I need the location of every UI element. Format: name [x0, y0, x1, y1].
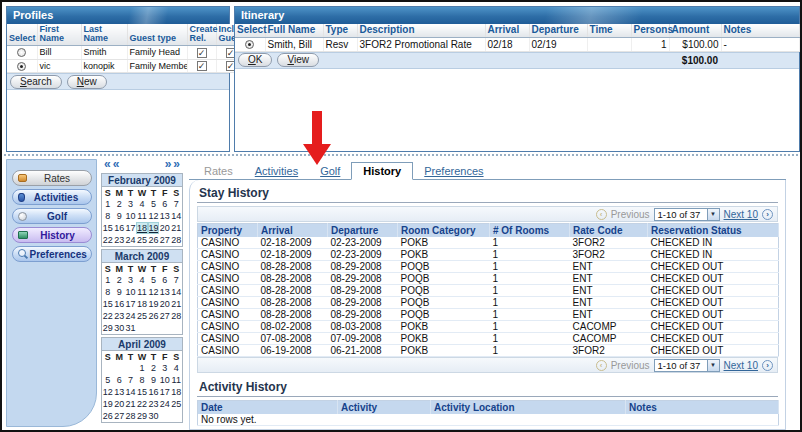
calendar-day[interactable]: 22	[136, 398, 147, 410]
calendar-day[interactable]: 23	[148, 398, 159, 410]
calendar-day[interactable]: 6	[113, 374, 124, 386]
calendar-day[interactable]: 17	[125, 298, 136, 310]
previous-icon[interactable]: ‹	[596, 360, 607, 371]
calendar-day[interactable]: 1	[136, 362, 147, 374]
calendar-day[interactable]: 5	[148, 198, 159, 210]
calendar-day[interactable]: 4	[136, 274, 147, 286]
dropdown-arrow-icon[interactable]: ▼	[707, 209, 719, 220]
sidebar-item-history[interactable]: History	[12, 227, 92, 243]
calendar-day[interactable]: 20	[159, 222, 170, 234]
calendar-prev-icon[interactable]: «	[104, 157, 111, 171]
calendar-day[interactable]: 13	[159, 286, 170, 298]
calendar-day[interactable]: 15	[102, 222, 113, 234]
calendar-day[interactable]: 19	[148, 222, 159, 234]
tab-history[interactable]: History	[351, 162, 413, 180]
calendar-day[interactable]: 29	[102, 322, 113, 334]
calendar-day[interactable]: 19	[148, 298, 159, 310]
calendar-day[interactable]: 3	[125, 274, 136, 286]
tab-golf[interactable]: Golf	[309, 163, 351, 179]
next-link[interactable]: Next 10	[724, 360, 758, 371]
previous-label[interactable]: Previous	[611, 209, 650, 220]
sidebar-item-golf[interactable]: Golf	[12, 208, 92, 224]
calendar-day[interactable]: 16	[148, 386, 159, 398]
create-rel-checkbox[interactable]	[197, 61, 207, 71]
calendar-day[interactable]: 6	[159, 198, 170, 210]
calendar-day[interactable]: 25	[171, 398, 182, 410]
calendar-day[interactable]: 12	[148, 210, 159, 222]
calendar-day[interactable]: 8	[102, 210, 113, 222]
calendar-day[interactable]: 10	[159, 374, 170, 386]
calendar-day[interactable]: 10	[125, 286, 136, 298]
calendar-day[interactable]: 21	[171, 222, 182, 234]
calendar-day[interactable]: 9	[113, 210, 124, 222]
next-icon[interactable]: ›	[762, 360, 773, 371]
calendar-day[interactable]: 16	[113, 222, 124, 234]
calendar-day[interactable]: 29	[136, 410, 147, 422]
calendar-day[interactable]: 2	[148, 362, 159, 374]
calendar-day[interactable]: 14	[171, 286, 182, 298]
ok-button[interactable]: OK	[238, 53, 272, 67]
calendar-day[interactable]: 28	[171, 310, 182, 322]
calendar-day[interactable]: 13	[113, 386, 124, 398]
new-button[interactable]: New	[67, 75, 107, 89]
calendar-day[interactable]: 27	[159, 310, 170, 322]
calendar-next-icon[interactable]: »	[165, 157, 172, 171]
calendar-day[interactable]: 11	[171, 374, 182, 386]
previous-label[interactable]: Previous	[611, 360, 650, 371]
calendar-day[interactable]: 2	[113, 274, 124, 286]
calendar-day[interactable]: 28	[125, 410, 136, 422]
previous-icon[interactable]: ‹	[596, 209, 607, 220]
range-dropdown[interactable]: 1-10 of 37 ▼	[654, 208, 720, 221]
calendar-day[interactable]: 3	[125, 198, 136, 210]
calendar-day[interactable]: 19	[102, 398, 113, 410]
calendar-day[interactable]: 22	[102, 310, 113, 322]
calendar-day[interactable]: 26	[148, 234, 159, 246]
calendar-day[interactable]: 24	[125, 234, 136, 246]
calendar-day[interactable]: 9	[113, 286, 124, 298]
calendar-day[interactable]: 23	[113, 234, 124, 246]
calendar-day[interactable]: 20	[159, 298, 170, 310]
calendar-day[interactable]: 18	[136, 298, 147, 310]
calendar-day[interactable]: 31	[125, 322, 136, 334]
calendar-day[interactable]: 14	[125, 386, 136, 398]
calendar-day[interactable]: 22	[102, 234, 113, 246]
calendar-day[interactable]: 27	[113, 410, 124, 422]
calendar-day[interactable]: 1	[102, 274, 113, 286]
calendar-day[interactable]: 8	[136, 374, 147, 386]
calendar-day[interactable]: 17	[125, 222, 136, 234]
select-radio[interactable]	[17, 48, 26, 57]
calendar-day[interactable]: 8	[102, 286, 113, 298]
calendar-day[interactable]: 4	[171, 362, 182, 374]
calendar-day[interactable]: 25	[136, 234, 147, 246]
calendar-day[interactable]: 23	[113, 310, 124, 322]
calendar-day[interactable]: 18	[136, 222, 147, 234]
calendar-day[interactable]: 20	[113, 398, 124, 410]
calendar-day[interactable]: 25	[136, 310, 147, 322]
calendar-day[interactable]: 5	[102, 374, 113, 386]
calendar-day[interactable]: 28	[171, 234, 182, 246]
calendar-day[interactable]: 26	[148, 310, 159, 322]
dropdown-arrow-icon[interactable]: ▼	[707, 360, 719, 371]
next-link[interactable]: Next 10	[724, 209, 758, 220]
range-dropdown[interactable]: 1-10 of 37 ▼	[654, 359, 720, 372]
tab-preferences[interactable]: Preferences	[413, 163, 494, 179]
next-icon[interactable]: ›	[762, 209, 773, 220]
search-button[interactable]: Search	[10, 75, 62, 89]
create-rel-checkbox[interactable]	[197, 48, 207, 58]
calendar-day[interactable]: 2	[113, 198, 124, 210]
calendar-day[interactable]: 30	[148, 410, 159, 422]
calendar-day[interactable]: 12	[102, 386, 113, 398]
calendar-day[interactable]: 17	[159, 386, 170, 398]
calendar-day[interactable]: 11	[136, 210, 147, 222]
calendar-day[interactable]: 18	[171, 386, 182, 398]
calendar-day[interactable]: 13	[159, 210, 170, 222]
calendar-day[interactable]: 24	[125, 310, 136, 322]
calendar-day[interactable]: 7	[125, 374, 136, 386]
calendar-day[interactable]: 11	[136, 286, 147, 298]
calendar-day[interactable]: 3	[159, 362, 170, 374]
calendar-day[interactable]: 21	[171, 298, 182, 310]
calendar-day[interactable]: 21	[125, 398, 136, 410]
calendar-day[interactable]: 9	[148, 374, 159, 386]
sidebar-item-activities[interactable]: Activities	[12, 189, 92, 205]
sidebar-item-preferences[interactable]: Preferences	[12, 246, 92, 262]
